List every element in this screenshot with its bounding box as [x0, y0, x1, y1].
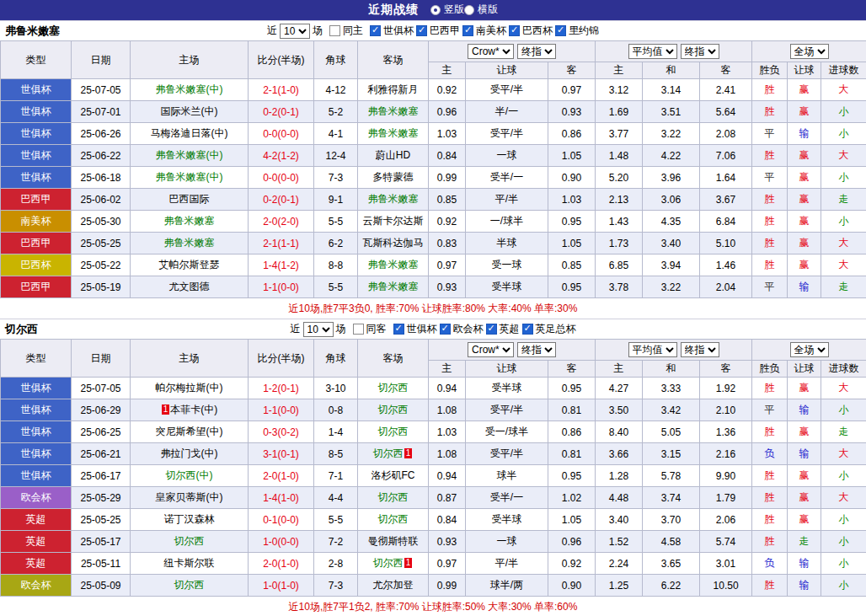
home-team[interactable]: 弗鲁米嫩塞(中) — [131, 167, 249, 189]
league-filter-checkbox[interactable] — [462, 25, 473, 36]
away-team[interactable]: 切尔西1 — [358, 553, 429, 575]
home-team[interactable]: 马梅洛迪日落(中) — [131, 123, 249, 145]
odds-value: 9.90 — [700, 465, 752, 487]
away-team[interactable]: 弗鲁米嫩塞 — [358, 276, 429, 298]
home-team[interactable]: 纽卡斯尔联 — [131, 553, 249, 575]
league-filter-checkbox[interactable] — [440, 324, 451, 335]
team-label: 切尔西 — [378, 426, 409, 437]
radio-label: 竖版 — [444, 3, 464, 17]
away-team[interactable]: 洛杉矶FC — [358, 465, 429, 487]
home-team[interactable]: 巴西国际 — [131, 189, 249, 211]
header-select-1-2[interactable]: 终指 — [517, 342, 556, 357]
team-label: 瓦斯科达伽马 — [363, 237, 424, 249]
league-badge: 巴西甲 — [1, 276, 72, 298]
recent-count-select[interactable]: 10 — [303, 322, 334, 337]
header-select-1-1[interactable]: Crow* — [468, 342, 514, 357]
home-team[interactable]: 切尔西(中) — [131, 465, 249, 487]
col-header: 客场 — [358, 340, 429, 378]
away-team[interactable]: 多特蒙德 — [358, 167, 429, 189]
header-select-2-1[interactable]: 平均值 — [628, 342, 677, 357]
header-select-3-1[interactable]: 全场 — [790, 44, 829, 59]
view-mode-radio-1[interactable]: 竖版 — [430, 3, 464, 17]
result-handicap: 输 — [788, 443, 821, 465]
team-label: 弗鲁米嫩塞(中) — [156, 171, 223, 183]
match-date: 25-05-25 — [72, 509, 131, 531]
league-badge: 世俱杯 — [1, 465, 72, 487]
team-label: 帕尔梅拉斯(中) — [156, 382, 223, 394]
sub-col-header: 客 — [700, 361, 752, 378]
away-team[interactable]: 蔚山HD — [358, 145, 429, 167]
league-filter-checkbox[interactable] — [555, 25, 566, 36]
home-team[interactable]: 切尔西 — [131, 531, 249, 553]
corners: 0-8 — [314, 399, 358, 421]
away-team[interactable]: 弗鲁米嫩塞 — [358, 101, 429, 123]
league-filter-checkbox[interactable] — [416, 25, 427, 36]
league-filter-checkbox[interactable] — [370, 25, 381, 36]
league-filter-checkbox[interactable] — [486, 324, 497, 335]
home-team[interactable]: 国际米兰(中) — [131, 101, 249, 123]
home-team[interactable]: 弗拉门戈(中) — [131, 443, 249, 465]
away-team[interactable]: 瓦斯科达伽马 — [358, 233, 429, 254]
recent-count-select[interactable]: 10 — [280, 24, 310, 39]
match-row: 世俱杯25-07-05弗鲁米嫩塞(中)2-1(1-0)4-12利雅得新月0.92… — [1, 79, 866, 101]
away-team[interactable]: 云斯卡尔达斯 — [358, 211, 429, 233]
same-venue-checkbox[interactable] — [329, 25, 340, 36]
home-team[interactable]: 弗鲁米嫩塞 — [131, 233, 249, 254]
league-filter-checkbox[interactable] — [509, 25, 520, 36]
league-filter-checkbox[interactable] — [522, 324, 533, 335]
away-team[interactable]: 弗鲁米嫩塞 — [358, 254, 429, 276]
sub-col-header: 让球 — [466, 62, 548, 79]
team-section-1: 弗鲁米嫩塞近10场同主世俱杯巴西甲南美杯巴西杯里约锦类型日期主场比分(半场)角球… — [0, 20, 866, 319]
away-team[interactable]: 切尔西 — [358, 399, 429, 421]
home-team[interactable]: 皇家贝蒂斯(中) — [131, 487, 249, 509]
header-select-3-1[interactable]: 全场 — [790, 342, 829, 357]
home-team[interactable]: 切尔西 — [131, 575, 249, 597]
home-team[interactable]: 弗鲁米嫩塞 — [131, 211, 249, 233]
home-team[interactable]: 帕尔梅拉斯(中) — [131, 378, 249, 399]
away-team[interactable]: 曼彻斯特联 — [358, 531, 429, 553]
league-badge: 欧会杯 — [1, 487, 72, 509]
header-select-2-1[interactable]: 平均值 — [628, 44, 677, 59]
away-team[interactable]: 切尔西 — [358, 509, 429, 531]
away-team[interactable]: 尤尔加登 — [358, 575, 429, 597]
col-header: 比分(半场) — [249, 340, 314, 378]
away-team[interactable]: 弗鲁米嫩塞 — [358, 123, 429, 145]
league-badge: 世俱杯 — [1, 145, 72, 167]
odds-value: 4.48 — [596, 487, 643, 509]
score: 2-0(1-0) — [249, 465, 314, 487]
league-filter-label: 世俱杯 — [383, 24, 414, 38]
header-select-1-2[interactable]: 终指 — [517, 44, 556, 59]
away-team[interactable]: 切尔西 — [358, 378, 429, 399]
team-label: 切尔西(中) — [166, 469, 213, 481]
home-team[interactable]: 突尼斯希望(中) — [131, 421, 249, 443]
home-team[interactable]: 1本菲卡(中) — [131, 399, 249, 421]
view-mode-radio-2[interactable]: 横版 — [464, 3, 498, 17]
odds-value: 4.27 — [596, 378, 643, 399]
home-team[interactable]: 弗鲁米嫩塞(中) — [131, 79, 249, 101]
header-select-2-2[interactable]: 终指 — [681, 342, 719, 357]
away-team[interactable]: 利雅得新月 — [358, 79, 429, 101]
home-team[interactable]: 尤文图德 — [131, 276, 249, 298]
same-venue-checkbox[interactable] — [353, 324, 364, 335]
team-label: 洛杉矶FC — [372, 469, 415, 481]
odds-value: 5.20 — [596, 167, 643, 189]
home-team[interactable]: 诺丁汉森林 — [131, 509, 249, 531]
home-team[interactable]: 艾帕尔斯登瑟 — [131, 254, 249, 276]
away-team[interactable]: 切尔西 — [358, 487, 429, 509]
away-team[interactable]: 切尔西 — [358, 421, 429, 443]
match-date: 25-05-19 — [72, 276, 131, 298]
match-row: 欧会杯25-05-29皇家贝蒂斯(中)1-4(1-0)4-4切尔西0.87受半/… — [1, 487, 866, 509]
away-team[interactable]: 弗鲁米嫩塞 — [358, 189, 429, 211]
score: 1-4(1-0) — [249, 487, 314, 509]
header-select-1-1[interactable]: Crow* — [468, 44, 514, 59]
odds-value: 1.46 — [700, 254, 752, 276]
result-handicap: 赢 — [788, 233, 821, 254]
handicap-line: 受平/半 — [466, 443, 548, 465]
league-badge: 英超 — [1, 531, 72, 553]
header-select-2-2[interactable]: 终指 — [681, 44, 719, 59]
odds-value: 2.41 — [700, 79, 752, 101]
match-date: 25-06-26 — [72, 123, 131, 145]
home-team[interactable]: 弗鲁米嫩塞(中) — [131, 145, 249, 167]
away-team[interactable]: 切尔西1 — [358, 443, 429, 465]
league-filter-checkbox[interactable] — [393, 324, 404, 335]
